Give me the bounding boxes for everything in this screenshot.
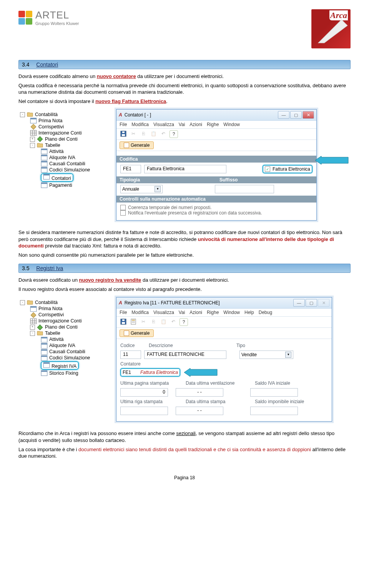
tree-item[interactable]: Contabilità: [35, 112, 58, 117]
menu-item[interactable]: File: [120, 122, 127, 127]
help-icon[interactable]: ?: [180, 318, 188, 326]
menu-item[interactable]: Window: [223, 310, 240, 315]
tree-item[interactable]: Piano dei Conti: [45, 136, 78, 142]
report-icon[interactable]: [130, 318, 137, 325]
menu-bar: File Modifica Visualizza Vai Azioni Righ…: [116, 121, 316, 129]
close-button[interactable]: ✕: [303, 111, 314, 119]
tree-item[interactable]: Corrispettivi: [38, 312, 64, 317]
label: Ultima pagina stampata: [120, 380, 178, 386]
tree-expand-icon[interactable]: +: [30, 325, 35, 330]
callout-arrow-icon: [183, 368, 218, 377]
screenshot-contatori: -Contabilità Prima Nota Corrispettivi In…: [18, 109, 351, 221]
tree-item[interactable]: Interrogazione Conti: [38, 130, 82, 136]
tree-item-highlighted[interactable]: Registri IVA: [41, 361, 79, 370]
contatore-desc[interactable]: Fattura Elettronica: [140, 370, 178, 375]
maximize-button[interactable]: ▢: [290, 111, 302, 119]
brand-name: ARTEL: [35, 9, 79, 21]
tree-item[interactable]: Tabelle: [45, 143, 60, 148]
descrizione-field[interactable]: FATTURE ELETTRONICHE: [144, 350, 226, 359]
menu-item[interactable]: Vai: [179, 310, 185, 315]
data-ultima-stampa-field[interactable]: - -: [176, 407, 223, 415]
tab-generale[interactable]: Generale: [120, 329, 154, 337]
tipo-dropdown[interactable]: Vendite▾: [239, 350, 293, 359]
saldo-imponibile-field[interactable]: [250, 407, 298, 415]
saldo-iva-field[interactable]: [250, 388, 298, 397]
tree-item[interactable]: Attività: [49, 337, 64, 342]
minimize-button[interactable]: —: [278, 111, 289, 119]
tree-item[interactable]: Corrispettivi: [38, 124, 64, 130]
menu-item[interactable]: Azioni: [189, 122, 202, 127]
menu-item[interactable]: Visualizza: [153, 122, 174, 127]
checkbox[interactable]: [120, 205, 126, 210]
save-icon[interactable]: [120, 318, 127, 325]
ultima-pagina-field[interactable]: 0: [120, 388, 168, 397]
data-ventilazione-field[interactable]: - -: [176, 388, 223, 397]
artel-logo-icon: [18, 11, 32, 25]
label: Tipo: [236, 343, 245, 348]
tree-item[interactable]: Causali Contabili: [49, 349, 85, 354]
group-header: Suffisso: [216, 176, 316, 183]
codice-field[interactable]: 11: [120, 350, 141, 359]
tree-item[interactable]: Interrogazione Conti: [38, 318, 82, 324]
tab-generale[interactable]: Generale: [120, 141, 154, 149]
svg-rect-1: [30, 118, 37, 119]
menu-item[interactable]: Azioni: [189, 310, 202, 315]
checkbox[interactable]: [120, 210, 126, 216]
tree-item[interactable]: Prima Nota: [38, 306, 63, 311]
tree-item[interactable]: Aliquote IVA: [49, 155, 75, 160]
menu-item[interactable]: Visualizza: [153, 310, 174, 315]
window-registro-iva: A Registro Iva [11 - FATTURE ELETTRONICH…: [116, 297, 332, 422]
save-icon[interactable]: [120, 130, 127, 137]
menu-item[interactable]: Window: [223, 122, 240, 127]
menu-item[interactable]: File: [120, 310, 127, 315]
tree-item[interactable]: Codici Simulazione: [49, 167, 90, 173]
ultima-riga-field[interactable]: [120, 407, 168, 415]
tree-item[interactable]: Causali Contabili: [49, 161, 85, 166]
callout-arrow-icon: [314, 156, 349, 164]
form-icon: [41, 161, 48, 166]
tree-item[interactable]: Aliquote IVA: [49, 343, 75, 348]
tree-item[interactable]: Codici Simulazione: [49, 355, 90, 360]
tree-item[interactable]: Piano dei Conti: [45, 324, 78, 330]
tree-item[interactable]: Prima Nota: [38, 118, 63, 123]
menu-item[interactable]: Modifica: [131, 310, 149, 315]
svg-rect-20: [122, 134, 125, 136]
tree-item-highlighted[interactable]: Contatori: [41, 173, 73, 182]
codice-field[interactable]: FE1: [120, 165, 141, 173]
menu-item[interactable]: Righe: [207, 122, 219, 127]
tree-collapse-icon[interactable]: -: [20, 300, 25, 305]
maximize-button[interactable]: ▢: [306, 299, 317, 307]
svg-rect-16: [43, 174, 50, 175]
menu-item[interactable]: Righe: [207, 310, 219, 315]
tree-collapse-icon[interactable]: -: [30, 331, 35, 336]
contatore-code[interactable]: FE1: [123, 370, 138, 375]
minimize-button[interactable]: —: [293, 299, 305, 307]
window-title: Registro Iva [11 - FATTURE ELETTRONICHE]: [125, 300, 220, 306]
contatore-highlight: FE1 Fattura Elettronica: [120, 368, 180, 377]
checkbox-label: Notifica l'eventuale presenza di registr…: [128, 210, 262, 216]
close-button[interactable]: ✕: [318, 299, 329, 307]
tree-item[interactable]: Pagamenti: [49, 183, 72, 188]
tree-item[interactable]: Attività: [49, 149, 64, 154]
tree-expand-icon[interactable]: +: [30, 137, 35, 142]
svg-rect-34: [41, 349, 47, 350]
folder-icon: [37, 331, 43, 336]
menu-item[interactable]: Debug: [259, 310, 272, 315]
suffisso-field[interactable]: [215, 185, 274, 193]
tree-collapse-icon[interactable]: -: [20, 112, 25, 117]
tree-item[interactable]: Contabilità: [35, 300, 58, 305]
tree-collapse-icon[interactable]: -: [30, 143, 35, 148]
menu-item[interactable]: Vai: [179, 122, 185, 127]
checkbox-fattura-elettronica[interactable]: ✓: [265, 166, 270, 172]
menu-item[interactable]: Modifica: [131, 122, 149, 127]
descrizione-field[interactable]: Fattura Elettronica: [144, 165, 226, 173]
copy-icon: ⎘: [140, 130, 147, 137]
tree-item[interactable]: Tabelle: [45, 331, 60, 336]
diamond-icon: [37, 136, 43, 142]
menu-item[interactable]: Help: [244, 310, 254, 315]
form-icon: [41, 155, 48, 160]
tipologia-dropdown[interactable]: Annuale▾: [120, 185, 163, 193]
form-icon: [41, 349, 48, 354]
tree-item[interactable]: Storico Fixing: [49, 370, 78, 376]
help-icon[interactable]: ?: [170, 130, 178, 138]
